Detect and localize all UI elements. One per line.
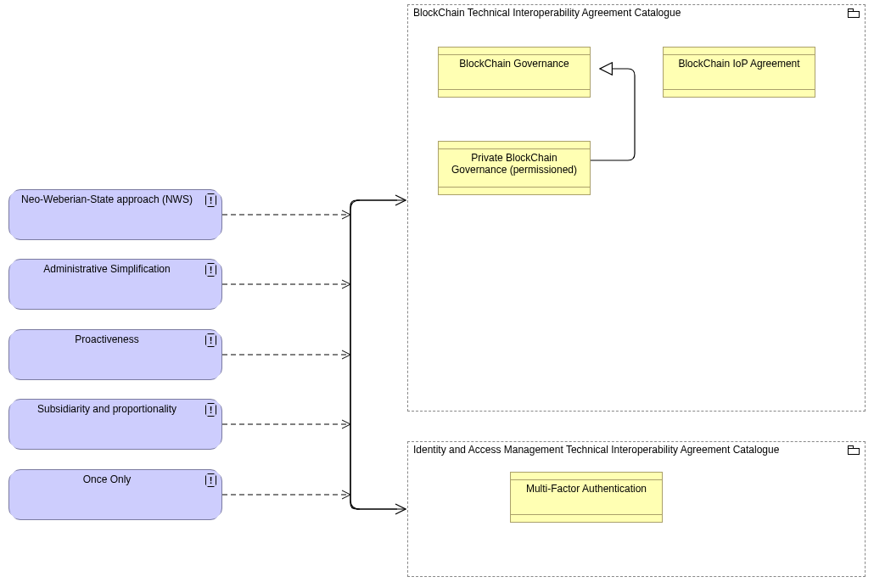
principle-once-only[interactable]: Once Only ! (8, 469, 222, 520)
stripe (439, 54, 590, 55)
stripe (511, 479, 662, 480)
contract-mfa[interactable]: Multi-Factor Authentication (510, 472, 663, 523)
contract-label: BlockChain IoP Agreement (667, 58, 811, 70)
svg-rect-7 (849, 12, 860, 18)
principle-label: Proactiveness (16, 333, 198, 345)
contract-private-governance[interactable]: Private BlockChain Governance (permissio… (438, 141, 591, 195)
stripe (439, 89, 590, 90)
svg-rect-8 (849, 9, 854, 12)
stripe (664, 89, 815, 90)
motivation-icon: ! (205, 333, 216, 347)
contract-label: Private BlockChain Governance (permissio… (442, 152, 586, 176)
folder-icon (848, 445, 860, 455)
contract-label: Multi-Factor Authentication (514, 483, 658, 495)
stripe (664, 54, 815, 55)
stripe (439, 187, 590, 188)
motivation-icon: ! (205, 193, 216, 207)
contract-label: BlockChain Governance (442, 58, 586, 70)
stripe (511, 514, 662, 515)
svg-rect-9 (849, 449, 860, 455)
group-iam-catalogue[interactable]: Identity and Access Management Technical… (407, 441, 866, 577)
folder-icon (848, 8, 860, 18)
group-blockchain-catalogue[interactable]: BlockChain Technical Interoperability Ag… (407, 4, 866, 412)
contract-blockchain-governance[interactable]: BlockChain Governance (438, 47, 591, 98)
principle-label: Administrative Simplification (16, 263, 198, 275)
motivation-icon: ! (205, 263, 216, 277)
principle-nws[interactable]: Neo-Weberian-State approach (NWS) ! (8, 189, 222, 240)
principle-subsidiarity[interactable]: Subsidiarity and proportionality ! (8, 399, 222, 450)
principle-admin-simplification[interactable]: Administrative Simplification ! (8, 259, 222, 310)
group-title: BlockChain Technical Interoperability Ag… (413, 7, 844, 19)
stripe (439, 148, 590, 149)
contract-blockchain-iop[interactable]: BlockChain IoP Agreement (663, 47, 815, 98)
principle-proactiveness[interactable]: Proactiveness ! (8, 329, 222, 380)
principle-label: Neo-Weberian-State approach (NWS) (16, 193, 198, 205)
group-title: Identity and Access Management Technical… (413, 444, 844, 456)
motivation-icon: ! (205, 473, 216, 487)
diagram-canvas: Neo-Weberian-State approach (NWS) ! Admi… (0, 0, 874, 588)
principle-label: Subsidiarity and proportionality (16, 403, 198, 415)
motivation-icon: ! (205, 403, 216, 417)
svg-rect-10 (849, 446, 854, 449)
principle-label: Once Only (16, 473, 198, 485)
